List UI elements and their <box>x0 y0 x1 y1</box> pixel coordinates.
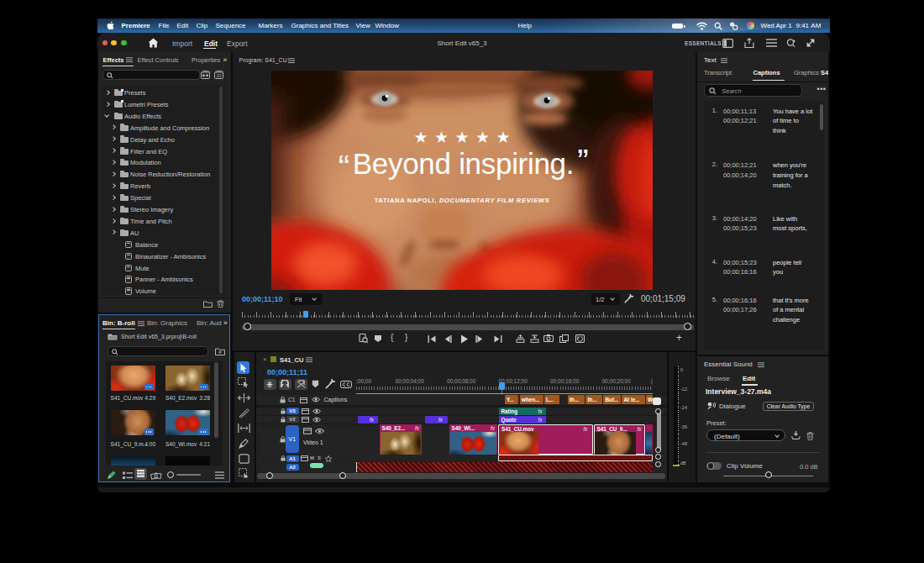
svg-text:32: 32 <box>216 73 221 78</box>
